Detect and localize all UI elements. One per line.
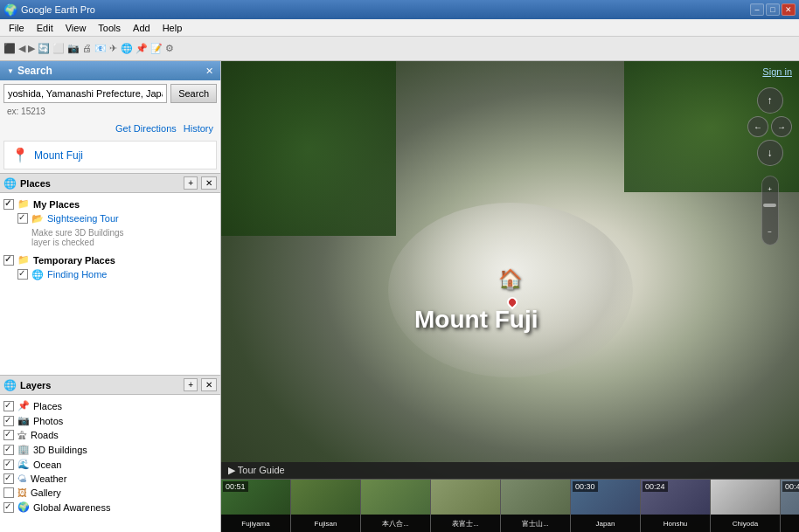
roads-layer-icon: 🛣: [17, 430, 27, 440]
thumb-2-label: Fujisan: [291, 515, 360, 532]
layers-close-button[interactable]: ✕: [201, 378, 217, 391]
thumb-6[interactable]: 00:30 Japan: [571, 480, 641, 532]
search-hint: ex: 15213: [0, 107, 220, 120]
thumb-5[interactable]: 富士山...: [501, 480, 571, 532]
weather-layer-checkbox[interactable]: [3, 473, 14, 484]
nav-down-button[interactable]: ↓: [757, 140, 783, 166]
thumb-5-label: 富士山...: [501, 515, 570, 532]
thumb-2-bg: [291, 480, 360, 515]
ocean-layer-checkbox[interactable]: [3, 459, 14, 470]
layer-global-awareness: 🌍 Global Awareness: [3, 500, 217, 515]
places-close-button[interactable]: ✕: [201, 176, 217, 190]
layer-3d-buildings: 🏢 3D Buildings: [3, 442, 217, 457]
finding-home-checkbox[interactable]: [17, 269, 28, 280]
toolbar: ⬛ ◀ ▶ 🔄 ⬜ 📷 🖨 📧 ✈ 🌐 📌 📝 ⚙: [0, 37, 799, 61]
places-add-button[interactable]: +: [184, 176, 198, 190]
tour-guide-label: Tour Guide: [238, 465, 285, 475]
places-layer-label: Places: [33, 401, 62, 411]
nav-lr: ← →: [747, 116, 792, 137]
search-input-row: Search: [0, 80, 220, 107]
search-header[interactable]: ▼ Search ✕: [0, 61, 220, 80]
maximize-button[interactable]: □: [766, 3, 780, 16]
roads-layer-label: Roads: [31, 430, 59, 440]
nav-left-button[interactable]: ←: [747, 116, 768, 137]
menu-help[interactable]: Help: [157, 21, 188, 35]
global-layer-label: Global Awareness: [33, 502, 110, 513]
search-button[interactable]: Search: [170, 84, 217, 103]
thumb-8-label: Chiyoda: [711, 515, 780, 532]
menu-file[interactable]: File: [3, 21, 30, 35]
layers-list: 📌 Places 📷 Photos 🛣 Roads 🏢 3D Building: [0, 395, 220, 532]
sightseeing-link[interactable]: Sightseeing Tour: [47, 213, 119, 224]
places-section-temp: 📁 Temporary Places 🌐 Finding Home: [3, 252, 217, 282]
thumb-9[interactable]: 00:44 Kanaga...: [781, 480, 799, 532]
temp-places-label: Temporary Places: [33, 255, 115, 266]
layer-weather: 🌤 Weather: [3, 472, 217, 486]
menu-edit[interactable]: Edit: [31, 21, 59, 35]
zoom-handle[interactable]: [763, 204, 775, 207]
thumb-7[interactable]: 00:24 Honshu: [641, 480, 711, 532]
finding-home-link[interactable]: Finding Home: [47, 269, 107, 280]
sightseeing-hint: Make sure 3D Buildingslayer is checked: [3, 226, 217, 249]
nav-right-button[interactable]: →: [771, 116, 792, 137]
search-close-icon[interactable]: ✕: [205, 66, 213, 77]
places-toolbar: 🌐 Places + ✕: [0, 174, 220, 193]
places-globe-icon: 🌐: [3, 177, 17, 190]
my-places-checkbox[interactable]: [3, 199, 14, 210]
menu-tools[interactable]: Tools: [93, 21, 126, 35]
thumb-2[interactable]: Fujisan: [291, 480, 361, 532]
close-button[interactable]: ✕: [782, 3, 796, 16]
search-input[interactable]: [3, 84, 167, 103]
thumb-4-bg: [431, 480, 500, 515]
nav-up-button[interactable]: ↑: [757, 87, 783, 114]
gallery-layer-checkbox[interactable]: [3, 487, 14, 498]
layers-add-button[interactable]: +: [184, 378, 198, 391]
nav-controls: ↑ ← → ↓ + −: [747, 87, 792, 245]
title-bar: 🌍 Google Earth Pro – □ ✕: [0, 0, 799, 19]
get-directions-link[interactable]: Get Directions: [115, 123, 177, 134]
menu-add[interactable]: Add: [128, 21, 156, 35]
buildings-layer-checkbox[interactable]: [3, 445, 14, 455]
zoom-slider[interactable]: + −: [761, 176, 779, 245]
sightseeing-folder-icon: 📂: [31, 213, 44, 225]
places-layer-checkbox[interactable]: [3, 401, 14, 411]
minimize-button[interactable]: –: [750, 3, 764, 16]
thumb-1[interactable]: 00:51 Fujiyama: [221, 480, 291, 532]
app-title: Google Earth Pro: [21, 4, 95, 15]
thumb-3-label: 本八合...: [361, 515, 430, 532]
thumb-8[interactable]: Chiyoda: [711, 480, 781, 532]
thumb-4[interactable]: 表富士...: [431, 480, 501, 532]
search-results: 📍 Mount Fuji: [0, 137, 220, 173]
photos-layer-checkbox[interactable]: [3, 416, 14, 426]
thumb-3[interactable]: 本八合...: [361, 480, 431, 532]
search-links: Get Directions History: [0, 120, 220, 137]
title-bar-controls: – □ ✕: [750, 3, 796, 16]
tour-guide: ▶ Tour Guide 00:51 Fujiyama Fujisan 本八合.…: [221, 462, 799, 532]
places-my-header: 📁 My Places: [3, 197, 217, 211]
map-area[interactable]: Sign in 🏠 Mount Fuji ↑ ← → ↓ + − ▶ Tour …: [221, 61, 799, 532]
result-label[interactable]: Mount Fuji: [34, 149, 83, 162]
roads-layer-checkbox[interactable]: [3, 430, 14, 440]
ocean-layer-label: Ocean: [33, 459, 61, 470]
thumb-8-bg: [711, 480, 780, 515]
global-layer-checkbox[interactable]: [3, 502, 14, 513]
sightseeing-checkbox[interactable]: [17, 213, 28, 224]
thumb-1-label: Fujiyama: [221, 515, 290, 532]
layer-ocean: 🌊 Ocean: [3, 457, 217, 472]
sightseeing-item: 📂 Sightseeing Tour: [3, 211, 217, 226]
fuji-marker: 🏠: [498, 268, 519, 293]
menu-bar: File Edit View Tools Add Help: [0, 19, 799, 37]
finding-home-item: 🌐 Finding Home: [3, 267, 217, 282]
thumb-6-time: 00:30: [573, 481, 598, 492]
thumb-9-label: Kanaga...: [781, 515, 799, 532]
main-layout: ▼ Search ✕ Search ex: 15213 Get Directio…: [0, 61, 799, 532]
history-link[interactable]: History: [184, 123, 213, 134]
sign-in-link[interactable]: Sign in: [762, 66, 792, 77]
temp-places-checkbox[interactable]: [3, 255, 14, 266]
photos-layer-label: Photos: [33, 416, 63, 426]
layer-photos: 📷 Photos: [3, 413, 217, 428]
app-icon: 🌍: [3, 3, 17, 17]
menu-view[interactable]: View: [60, 21, 92, 35]
search-section: ▼ Search ✕ Search ex: 15213 Get Directio…: [0, 61, 220, 174]
result-item[interactable]: 📍 Mount Fuji: [3, 141, 217, 169]
